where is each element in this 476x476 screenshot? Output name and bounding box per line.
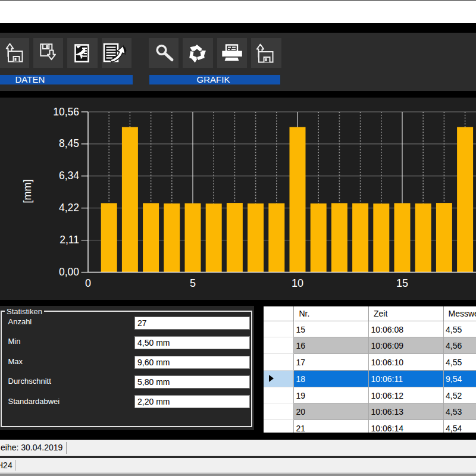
svg-text:0,00: 0,00 bbox=[59, 266, 79, 278]
svg-text:5: 5 bbox=[190, 277, 196, 289]
svg-text:[mm]: [mm] bbox=[21, 179, 33, 203]
svg-text:10: 10 bbox=[292, 277, 303, 289]
svg-text:2,11: 2,11 bbox=[60, 234, 79, 246]
svg-text:15: 15 bbox=[396, 277, 408, 289]
svg-text:6,34: 6,34 bbox=[59, 170, 79, 181]
svg-text:8,45: 8,45 bbox=[59, 137, 79, 149]
svg-text:10,56: 10,56 bbox=[53, 105, 79, 117]
svg-text:0: 0 bbox=[85, 277, 91, 289]
svg-text:4,22: 4,22 bbox=[59, 202, 79, 214]
